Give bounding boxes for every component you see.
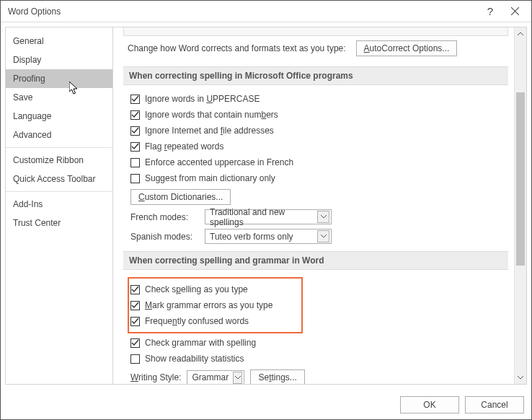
sidebar-item-language[interactable]: Language <box>6 107 112 126</box>
office-options: Ignore words in UPPERCASE Ignore words t… <box>130 92 508 244</box>
chevron-down-icon <box>317 230 329 242</box>
autocorrect-options-button[interactable]: AutoCorrect Options... <box>356 40 458 56</box>
opt-french-accents[interactable]: Enforce accented uppercase in French <box>130 156 508 169</box>
spanish-modes-select[interactable]: Tuteo verb forms only <box>205 229 332 244</box>
sidebar-item-addins[interactable]: Add-Ins <box>6 195 112 214</box>
sidebar-item-qat[interactable]: Quick Access Toolbar <box>6 170 112 188</box>
window-title: Word Options <box>8 6 478 17</box>
sidebar: General Display Proofing Save Language A… <box>5 27 113 385</box>
writing-style-value: Grammar <box>192 372 229 382</box>
sidebar-item-general[interactable]: General <box>6 32 112 51</box>
opt-ignore-uppercase[interactable]: Ignore words in UPPERCASE <box>130 92 508 105</box>
checkbox-icon <box>130 174 140 183</box>
checkbox-icon <box>130 301 140 310</box>
section-heading-word: When correcting spelling and grammar in … <box>123 251 508 270</box>
writing-style-label: Writing Style: <box>130 372 181 382</box>
opt-ignore-internet[interactable]: Ignore Internet and file addresses <box>130 124 508 137</box>
section-heading-office: When correcting spelling in Microsoft Of… <box>123 66 508 85</box>
french-modes-label: French modes: <box>130 212 199 222</box>
spanish-modes-value: Tuteo verb forms only <box>210 232 313 242</box>
sidebar-item-save[interactable]: Save <box>6 88 112 107</box>
checkbox-icon <box>130 317 140 326</box>
checkbox-icon <box>130 158 140 167</box>
chevron-down-icon <box>233 372 242 384</box>
sidebar-item-customize-ribbon[interactable]: Customize Ribbon <box>6 151 112 170</box>
content-pane: Change how Word corrects and formats tex… <box>113 27 527 385</box>
opt-readability-stats[interactable]: Show readability statistics <box>130 352 508 365</box>
truncated-header <box>123 27 508 36</box>
opt-frequently-confused[interactable]: Frequently confused words <box>130 315 272 328</box>
sidebar-item-trust-center[interactable]: Trust Center <box>6 214 112 232</box>
spanish-modes-label: Spanish modes: <box>130 232 199 242</box>
checkbox-icon <box>130 285 140 294</box>
opt-check-spelling[interactable]: Check spelling as you type <box>130 283 272 296</box>
titlebar: Word Options ? <box>1 1 531 22</box>
highlighted-options: Check spelling as you type Mark grammar … <box>128 277 303 333</box>
scroll-down-icon[interactable] <box>515 372 526 384</box>
checkbox-icon <box>130 110 140 120</box>
close-button[interactable] <box>502 1 527 22</box>
sidebar-separator <box>6 191 112 192</box>
sidebar-separator <box>6 147 112 148</box>
checkbox-icon <box>130 95 140 104</box>
vertical-scrollbar[interactable] <box>514 27 526 384</box>
sidebar-item-display[interactable]: Display <box>6 51 112 69</box>
settings-button[interactable]: Settings... <box>250 369 304 384</box>
ok-button[interactable]: OK <box>400 396 459 414</box>
autocorrect-label: utoCorrect Options... <box>370 43 450 53</box>
checkbox-icon <box>130 142 140 152</box>
french-modes-select[interactable]: Traditional and new spellings <box>205 209 332 224</box>
sidebar-item-proofing[interactable]: Proofing <box>6 69 112 88</box>
cancel-button[interactable]: Cancel <box>465 396 524 414</box>
checkbox-icon <box>130 126 140 136</box>
intro-text: Change how Word corrects and formats tex… <box>128 43 346 53</box>
sidebar-item-advanced[interactable]: Advanced <box>6 126 112 144</box>
checkbox-icon <box>130 338 140 348</box>
chevron-down-icon <box>317 211 329 223</box>
opt-grammar-with-spelling[interactable]: Check grammar with spelling <box>130 336 508 349</box>
opt-flag-repeated[interactable]: Flag repeated words <box>130 140 508 153</box>
custom-dictionaries-button[interactable]: Custom Dictionaries... <box>130 189 231 205</box>
checkbox-icon <box>130 354 140 364</box>
opt-main-dictionary[interactable]: Suggest from main dictionary only <box>130 172 508 185</box>
dialog-footer: OK Cancel <box>1 389 531 419</box>
french-modes-value: Traditional and new spellings <box>210 207 313 227</box>
scrollbar-thumb[interactable] <box>516 92 525 266</box>
scroll-up-icon[interactable] <box>515 27 526 40</box>
opt-ignore-numbers[interactable]: Ignore words that contain numbers <box>130 108 508 121</box>
help-button[interactable]: ? <box>478 1 502 22</box>
opt-mark-grammar[interactable]: Mark grammar errors as you type <box>130 299 272 312</box>
writing-style-select[interactable]: Grammar <box>187 370 244 385</box>
